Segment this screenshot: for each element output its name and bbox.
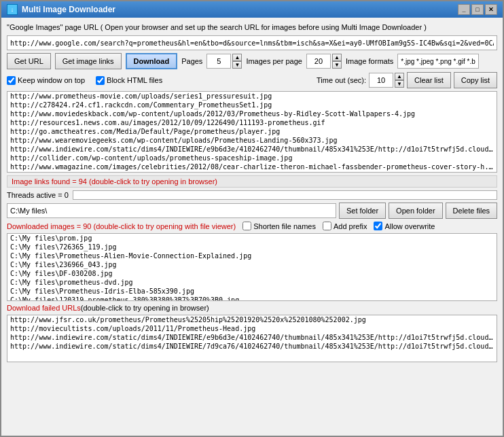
failed-hint: (double-click to try opening in browser): [81, 304, 209, 312]
timeout-group: Time out (sec): ▲ ▼ Clear list Copy list: [317, 72, 497, 88]
folder-input[interactable]: [7, 203, 336, 218]
images-per-page-down[interactable]: ▼: [332, 61, 342, 69]
list-item[interactable]: http://www.jfsr.co.uk/prometheus/Prometh…: [7, 315, 497, 324]
block-html-files-input[interactable]: [96, 76, 105, 85]
url-input[interactable]: [7, 35, 497, 50]
failed-label: Download failed URLs: [7, 304, 81, 312]
threads-active-label: Threads active = 0: [7, 191, 69, 199]
image-formats-label: Image formats: [346, 57, 393, 65]
images-per-page-up[interactable]: ▲: [332, 54, 342, 61]
pages-input[interactable]: [206, 54, 231, 69]
pages-down-button[interactable]: ▼: [232, 61, 242, 69]
title-bar: ↓ Multi Image Downloader _ □ ✕: [1, 1, 503, 18]
list-item[interactable]: http://collider.com/wp-content/uploads/p…: [7, 154, 497, 162]
get-url-button[interactable]: Get URL: [7, 53, 51, 69]
main-window: ↓ Multi Image Downloader _ □ ✕ "Google I…: [0, 0, 504, 437]
block-html-files-checkbox[interactable]: Block HTML files: [96, 76, 162, 85]
list-item[interactable]: http://michaelgloversmith.files.wordpres…: [7, 171, 497, 173]
list-item[interactable]: http://www.indiewire.com/static/dims4/IN…: [7, 145, 497, 154]
add-prefix-label: Add prefix: [334, 222, 367, 230]
list-item[interactable]: C:\My files\726365_119.jpg: [7, 243, 497, 251]
get-image-links-button[interactable]: Get image links: [55, 53, 122, 69]
timeout-down[interactable]: ▼: [395, 80, 404, 88]
set-folder-button[interactable]: Set folder: [339, 203, 386, 219]
app-icon: ↓: [7, 4, 18, 15]
shorten-file-names-input[interactable]: [242, 222, 251, 230]
list-item[interactable]: http://www.prometheus-movie.com/uploads/…: [7, 92, 497, 101]
pages-label: Pages: [181, 57, 202, 65]
image-formats-input[interactable]: [397, 54, 479, 69]
clear-list-button[interactable]: Clear list: [407, 72, 451, 88]
allow-overwrite-input[interactable]: [374, 222, 382, 230]
pages-up-button[interactable]: ▲: [232, 54, 242, 61]
list-item[interactable]: http://go.amctheatres.com/Media/Default/…: [7, 127, 497, 136]
delete-files-button[interactable]: Delete files: [446, 203, 497, 219]
list-item[interactable]: C:\My files\DF-030208.jpg: [7, 269, 497, 278]
folder-row: Set folder Open folder Delete files: [7, 203, 497, 219]
keep-window-on-top-input[interactable]: [7, 76, 16, 85]
list-item[interactable]: http://www.wearemoviegeeks.com/wp-conten…: [7, 136, 497, 145]
shorten-file-names-checkbox[interactable]: Shorten file names: [242, 222, 316, 230]
image-links-list[interactable]: http://www.prometheus-movie.com/uploads/…: [7, 91, 497, 173]
window-title: Multi Image Downloader: [22, 5, 115, 14]
timeout-spinner: ▲ ▼: [369, 73, 404, 88]
threads-row: Threads active = 0: [7, 190, 497, 200]
copy-list-button[interactable]: Copy list: [454, 72, 497, 88]
timeout-input[interactable]: [369, 73, 393, 88]
url-label: "Google Images" page URL ( Open your bro…: [7, 22, 497, 33]
allow-overwrite-label: Allow overwrite: [384, 222, 435, 230]
images-per-page-spinner: ▲ ▼: [306, 54, 342, 69]
images-per-page-spinner-buttons: ▲ ▼: [332, 54, 342, 69]
timeout-spinner-buttons: ▲ ▼: [395, 73, 404, 88]
pages-spinner: ▲ ▼: [206, 54, 242, 69]
failed-urls-list[interactable]: http://www.jfsr.co.uk/prometheus/Prometh…: [7, 315, 497, 362]
list-item[interactable]: http://www.wmagazine.com/images/celebrit…: [7, 162, 497, 171]
list-item[interactable]: C:\My files\Prometheus-Alien-Movie-Conne…: [7, 251, 497, 260]
list-item[interactable]: C:\My files\prometheus-dvd.jpg: [7, 278, 497, 287]
images-per-page-input[interactable]: [306, 54, 331, 69]
failed-label-row: Download failed URLs (double-click to tr…: [7, 304, 497, 312]
progress-bar: [73, 190, 497, 200]
minimize-button[interactable]: _: [458, 4, 470, 15]
close-button[interactable]: ✕: [485, 4, 497, 15]
list-item[interactable]: C:\My files\236966_043.jpg: [7, 260, 497, 269]
timeout-up[interactable]: ▲: [395, 73, 404, 80]
toolbar-row: Get URL Get image links Download Pages ▲…: [7, 53, 497, 69]
keep-window-on-top-label: Keep window on top: [18, 76, 85, 84]
downloaded-status-row: Downloaded images = 90 (double-click to …: [7, 222, 497, 230]
keep-window-on-top-checkbox[interactable]: Keep window on top: [7, 76, 85, 85]
pages-spinner-buttons: ▲ ▼: [232, 54, 242, 69]
list-item[interactable]: http://c278424.r24.cf1.rackcdn.com/Comme…: [7, 101, 497, 109]
list-item[interactable]: C:\My files\prom.jpg: [7, 234, 497, 243]
list-item[interactable]: http://www.indiewire.com/static/dims4/IN…: [7, 333, 497, 342]
downloaded-files-list[interactable]: C:\My files\prom.jpgC:\My files\726365_1…: [7, 233, 497, 301]
maximize-button[interactable]: □: [471, 4, 484, 15]
allow-overwrite-checkbox[interactable]: Allow overwrite: [374, 222, 435, 230]
add-prefix-checkbox[interactable]: Add prefix: [323, 222, 367, 230]
list-item[interactable]: http://www.moviedeskback.com/wp-content/…: [7, 109, 497, 118]
images-per-page-label: Images per page: [246, 57, 302, 65]
content-area: "Google Images" page URL ( Open your bro…: [1, 18, 503, 436]
add-prefix-input[interactable]: [323, 222, 331, 230]
block-html-files-label: Block HTML files: [107, 76, 162, 84]
image-links-status: Image links found = 94 (double-click to …: [7, 175, 497, 188]
download-button[interactable]: Download: [126, 53, 178, 69]
list-item[interactable]: http://www.indiewire.com/static/dims4/IN…: [7, 342, 497, 351]
list-item[interactable]: http://resources1.news.com.au/images/201…: [7, 118, 497, 127]
window-controls: _ □ ✕: [458, 4, 497, 15]
timeout-label: Time out (sec):: [317, 76, 366, 84]
list-item[interactable]: C:\My files\120319-prometheus.380%3B380%…: [7, 296, 497, 301]
options-row: Keep window on top Block HTML files Time…: [7, 72, 497, 88]
list-item[interactable]: C:\My files\Prometheus-Idris-Elba-585x39…: [7, 287, 497, 296]
downloaded-status: Downloaded images = 90 (double-click to …: [7, 222, 236, 230]
shorten-file-names-label: Shorten file names: [253, 222, 316, 230]
list-item[interactable]: http://moviecultists.com/uploads/2011/11…: [7, 324, 497, 333]
open-folder-button[interactable]: Open folder: [389, 203, 442, 219]
